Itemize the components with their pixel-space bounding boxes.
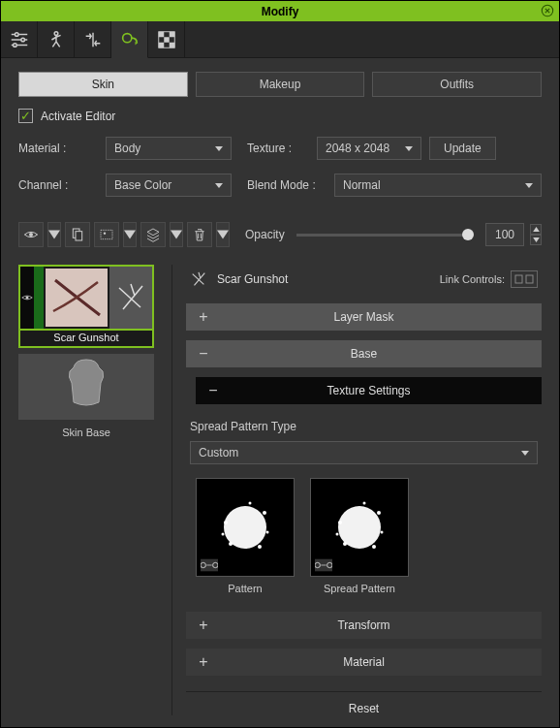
layer-thumbnail [44,267,109,329]
svg-point-7 [54,32,58,36]
stack-tool[interactable] [140,222,166,247]
delete-dropdown[interactable] [216,222,230,247]
window-title: Modify [262,5,299,18]
activate-editor-label: Activate Editor [41,110,115,123]
section-texture-settings[interactable]: − Texture Settings [196,377,542,404]
torso-icon [62,356,110,410]
opacity-down[interactable] [530,235,542,245]
tab-makeup[interactable]: Makeup [196,72,365,97]
pattern-label: Pattern [196,583,295,594]
texture-label: Texture : [247,142,317,155]
opacity-input[interactable] [485,223,524,246]
svg-point-27 [263,511,266,515]
svg-point-21 [26,297,29,300]
svg-point-26 [224,521,228,524]
svg-rect-18 [76,232,82,240]
close-button[interactable] [540,3,555,18]
svg-point-41 [363,502,366,505]
texture-dropdown[interactable]: 2048 x 2048 [317,137,421,160]
update-button[interactable]: Update [429,137,496,160]
svg-point-9 [122,33,131,42]
svg-point-2 [15,33,18,37]
svg-point-37 [372,545,376,549]
layer-toolbar: Opacity [18,222,542,247]
svg-rect-23 [515,275,522,283]
arrows-tab[interactable] [75,21,111,58]
svg-point-6 [13,44,16,47]
pose-tab[interactable] [38,21,75,58]
svg-rect-13 [164,37,170,43]
scratch-icon [190,270,207,288]
svg-point-4 [20,38,24,42]
category-tabs: Skin Makeup Outfits [18,72,542,97]
layer-label: Skin Base [18,424,154,441]
section-transform[interactable]: + Transform [186,612,542,639]
svg-rect-24 [526,275,533,283]
svg-point-36 [377,511,381,515]
link-icon [315,558,332,572]
section-base[interactable]: − Base [186,340,542,367]
minus-icon: − [196,382,231,399]
checker-tab[interactable] [148,21,185,58]
svg-point-29 [229,542,233,546]
spread-type-dropdown[interactable]: Custom [190,441,538,464]
svg-rect-14 [158,43,164,48]
section-layer-mask[interactable]: + Layer Mask [186,303,542,331]
blend-label: Blend Mode : [247,178,334,192]
svg-rect-12 [169,32,174,38]
svg-point-35 [338,521,342,524]
spread-pattern-label: Spread Pattern [310,583,409,594]
svg-point-30 [266,531,269,534]
plus-icon: + [186,617,221,634]
opacity-slider[interactable] [296,234,472,237]
svg-point-38 [343,542,347,546]
layer-item-scar[interactable]: Scar Gunshot [18,265,154,348]
layer-mask-thumbnail [109,267,152,329]
svg-rect-11 [158,32,164,38]
material-label: Material : [18,142,106,155]
plus-icon: + [186,653,221,671]
stack-dropdown[interactable] [170,222,183,247]
spread-pattern-thumbnail[interactable] [310,478,409,577]
svg-rect-15 [169,43,174,48]
sliders-tab[interactable] [1,21,38,58]
link-icon [201,558,218,572]
pattern-thumbnail[interactable] [196,478,295,577]
activate-editor-checkbox[interactable]: ✓ [18,109,33,123]
layer-visibility-icon[interactable] [20,267,34,329]
opacity-up[interactable] [530,224,542,235]
channel-label: Channel : [18,178,106,192]
minus-icon: − [186,345,221,363]
layer-color-strip [34,267,44,329]
visibility-dropdown[interactable] [47,222,61,247]
svg-point-32 [249,502,252,505]
copy-tool[interactable] [65,222,90,247]
titlebar: Modify [1,1,559,21]
plus-icon: + [186,308,221,326]
material-dropdown[interactable]: Body [106,137,232,160]
svg-point-20 [104,232,106,234]
layer-label: Scar Gunshot [18,329,154,348]
layer-item-skinbase[interactable]: Skin Base [18,354,154,441]
reset-button[interactable]: Reset [186,691,542,715]
channel-dropdown[interactable]: Base Color [106,174,232,197]
spread-type-label: Spread Pattern Type [190,420,538,433]
link-controls-toggle[interactable] [511,270,538,288]
details-panel: Scar Gunshot Link Controls: + Layer Mask… [171,265,542,715]
image-dropdown[interactable] [123,222,137,247]
opacity-label: Opacity [245,228,285,241]
blend-dropdown[interactable]: Normal [334,174,542,197]
link-controls-label: Link Controls: [440,273,505,285]
layers-panel: Scar Gunshot Skin Base [18,265,154,715]
image-tool[interactable] [94,222,119,247]
details-title: Scar Gunshot [217,272,288,286]
tab-skin[interactable]: Skin [18,72,188,97]
delete-tool[interactable] [187,222,212,247]
appearance-tab[interactable] [111,21,148,58]
svg-point-31 [222,533,225,536]
tab-outfits[interactable]: Outfits [372,72,542,97]
icon-tab-bar [1,21,559,58]
section-material[interactable]: + Material [186,649,542,676]
opacity-thumb[interactable] [462,229,474,240]
visibility-tool[interactable] [18,222,44,247]
